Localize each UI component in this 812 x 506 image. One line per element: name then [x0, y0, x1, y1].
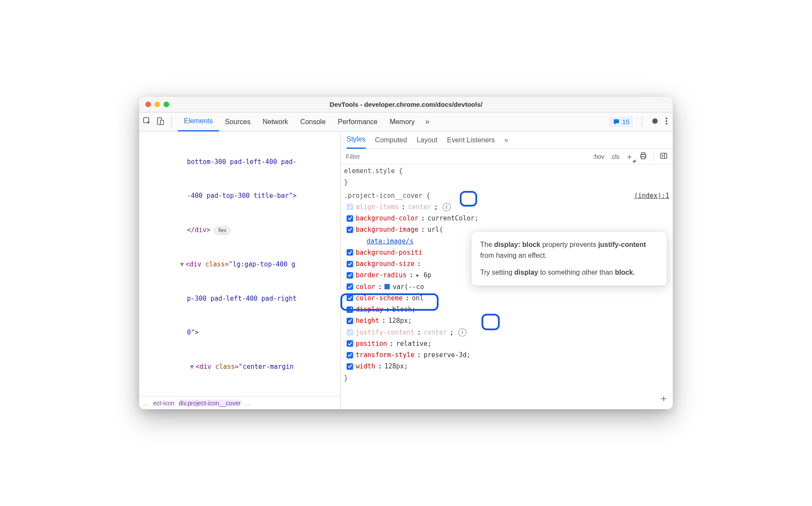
tab-computed[interactable]: Computed: [375, 131, 407, 149]
element-style-selector: element.style {: [344, 167, 403, 175]
styles-sub-tabs: Styles Computed Layout Event Listeners »: [341, 131, 673, 149]
more-tabs-icon[interactable]: »: [421, 117, 434, 126]
styles-body[interactable]: element.style { } .project-icon__cover {…: [341, 164, 673, 409]
svg-point-4: [666, 120, 668, 122]
checkbox-icon[interactable]: [347, 352, 353, 358]
toggle-sidebar-icon[interactable]: [660, 152, 668, 161]
checkbox-icon[interactable]: [347, 227, 353, 233]
checkbox-icon[interactable]: [347, 272, 353, 279]
tab-performance[interactable]: Performance: [332, 112, 384, 131]
tab-console[interactable]: Console: [294, 112, 332, 131]
css-prop-background-color[interactable]: background-color: currentColor;: [344, 213, 669, 224]
checkbox-icon[interactable]: [347, 318, 353, 324]
annotation-info-icon-2: [481, 314, 500, 330]
css-prop-width[interactable]: width: 128px;: [344, 361, 669, 372]
filter-row: :hov .cls ＋◢: [341, 149, 673, 164]
title-bar: DevTools - developer.chrome.com/docs/dev…: [139, 97, 673, 112]
rule-selector[interactable]: .project-icon__cover {: [344, 192, 430, 200]
svg-rect-7: [642, 153, 645, 154]
new-style-rule-icon[interactable]: ＋◢: [625, 151, 633, 162]
svg-rect-2: [160, 120, 164, 125]
svg-rect-9: [661, 153, 667, 158]
breadcrumb-item-active[interactable]: div.project-icon__cover: [179, 400, 241, 407]
svg-rect-8: [642, 157, 645, 159]
more-subtabs-icon[interactable]: »: [504, 136, 508, 144]
main-tab-bar: Elements Sources Network Console Perform…: [139, 112, 673, 131]
add-rule-button[interactable]: ＋: [659, 390, 668, 407]
css-prop-transform-style[interactable]: transform-style: preserve-3d;: [344, 349, 669, 361]
window-title: DevTools - developer.chrome.com/docs/dev…: [139, 101, 673, 108]
breadcrumb[interactable]: … ect-icon div.project-icon__cover …: [139, 396, 340, 409]
devtools-window: DevTools - developer.chrome.com/docs/dev…: [139, 97, 673, 409]
dom-panel: bottom-300 pad-left-400 pad- -400 pad-to…: [139, 131, 341, 409]
message-count-value: 15: [622, 118, 629, 125]
annotation-info-icon-1: [460, 191, 477, 207]
rule-source-link[interactable]: (index):1: [634, 190, 669, 201]
tab-sources[interactable]: Sources: [219, 112, 257, 131]
info-icon[interactable]: i: [442, 203, 451, 211]
breadcrumb-more-left[interactable]: …: [143, 400, 149, 407]
css-prop-position[interactable]: position: relative;: [344, 338, 669, 349]
svg-point-5: [666, 123, 668, 125]
tab-memory[interactable]: Memory: [383, 112, 421, 131]
checkbox-icon[interactable]: [347, 283, 353, 290]
annotation-display-block: [341, 293, 439, 311]
data-url-link[interactable]: data:image/s: [367, 237, 413, 245]
hov-toggle[interactable]: :hov: [593, 153, 604, 160]
svg-point-3: [666, 118, 668, 119]
tab-event-listeners[interactable]: Event Listeners: [447, 131, 494, 149]
css-prop-height[interactable]: height: 128px;: [344, 315, 669, 326]
breadcrumb-more-right[interactable]: …: [245, 400, 251, 407]
print-icon[interactable]: [639, 152, 647, 161]
device-toolbar-icon[interactable]: [156, 117, 164, 127]
settings-gear-icon[interactable]: [651, 117, 659, 127]
console-message-count[interactable]: 15: [609, 117, 633, 127]
tab-elements[interactable]: Elements: [178, 112, 219, 131]
checkbox-icon[interactable]: [347, 249, 353, 256]
checkbox-icon[interactable]: [347, 329, 353, 335]
checkbox-icon[interactable]: [347, 215, 353, 222]
tooltip-popover: The display: block property prevents jus…: [471, 232, 667, 286]
inspect-element-icon[interactable]: [143, 117, 151, 127]
tab-network[interactable]: Network: [256, 112, 294, 131]
breadcrumb-item[interactable]: ect-icon: [153, 400, 174, 407]
cls-toggle[interactable]: .cls: [610, 153, 619, 160]
css-prop-align-items[interactable]: align-items: center;i: [344, 201, 669, 213]
dom-tree[interactable]: bottom-300 pad-left-400 pad- -400 pad-to…: [139, 131, 340, 396]
styles-panel: Styles Computed Layout Event Listeners »…: [341, 131, 673, 409]
checkbox-icon[interactable]: [347, 204, 353, 210]
tab-layout[interactable]: Layout: [416, 131, 437, 149]
css-prop-justify-content[interactable]: justify-content: center;i: [344, 327, 669, 338]
checkbox-icon[interactable]: [347, 363, 353, 370]
checkbox-icon[interactable]: [347, 261, 353, 267]
styles-filter-input[interactable]: [341, 153, 593, 160]
checkbox-icon[interactable]: [347, 340, 353, 347]
tab-styles[interactable]: Styles: [347, 131, 366, 149]
kebab-menu-icon[interactable]: [665, 117, 668, 127]
info-icon[interactable]: i: [458, 328, 467, 337]
flex-badge[interactable]: flex: [214, 227, 230, 235]
color-swatch[interactable]: [384, 284, 390, 289]
